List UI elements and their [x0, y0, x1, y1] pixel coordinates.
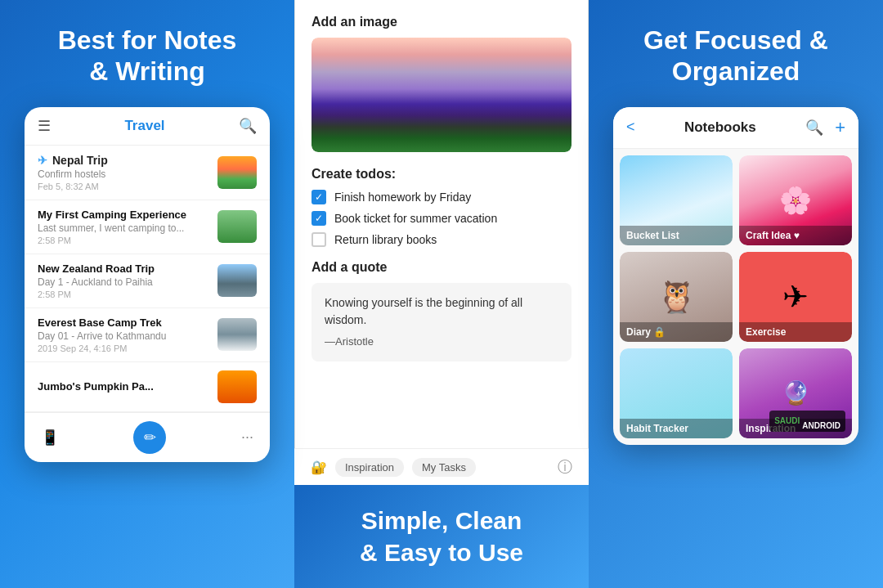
- note-thumbnail: [217, 370, 257, 403]
- note-title: Nepal Trip: [52, 154, 108, 167]
- note-title: Everest Base Camp Trek: [38, 316, 209, 329]
- search-icon[interactable]: 🔍: [805, 119, 823, 137]
- todo-checkbox-unchecked[interactable]: [312, 232, 326, 247]
- todo-item[interactable]: Return library books: [312, 232, 571, 247]
- notebooks-header: < Notebooks 🔍 +: [613, 107, 858, 149]
- create-todos-label: Create todos:: [312, 167, 571, 182]
- notebook-card-inspiration[interactable]: 🔮 Inspiration SAUDIANDROID: [739, 348, 852, 438]
- quote-box: Knowing yourself is the beginning of all…: [312, 283, 571, 361]
- notebook-card-bucket[interactable]: Bucket List: [620, 155, 733, 245]
- notebook-card-exercise[interactable]: ✈ Exercise: [739, 252, 852, 342]
- phone-header: ☰ Travel 🔍: [25, 107, 270, 146]
- notebook-label: Diary 🔒: [620, 322, 733, 342]
- notebooks-mockup: < Notebooks 🔍 + Bucket List 🌸 Craft Idea…: [613, 107, 858, 445]
- notebook-card-habit[interactable]: Habit Tracker: [620, 348, 733, 438]
- notebook-label: Bucket List: [620, 226, 733, 245]
- note-text: New Zealand Road Trip Day 1 - Auckland t…: [38, 263, 209, 299]
- note-subtitle: Day 1 - Auckland to Paihia: [38, 276, 209, 288]
- phone-search-icon[interactable]: 🔍: [239, 117, 257, 135]
- todo-item[interactable]: ✓ Finish homework by Friday: [312, 190, 571, 204]
- lock-icon: 🔐: [311, 460, 327, 475]
- phone-note-category: Travel: [124, 118, 164, 134]
- note-thumbnail: [217, 318, 257, 351]
- add-quote-label: Add a quote: [312, 260, 571, 275]
- todo-text: Return library books: [334, 233, 437, 246]
- note-item[interactable]: Everest Base Camp Trek Day 01 - Arrive t…: [25, 308, 270, 362]
- tag-chip-inspiration[interactable]: Inspiration: [335, 458, 404, 477]
- note-thumbnail: [217, 156, 257, 189]
- todo-text: Finish homework by Friday: [334, 191, 471, 204]
- left-panel: Best for Notes& Writing ☰ Travel 🔍 ✈ Nep…: [0, 0, 294, 588]
- note-item[interactable]: ✈ Nepal Trip Confirm hostels Feb 5, 8:32…: [25, 146, 270, 200]
- note-subtitle: Last summer, I went camping to...: [38, 222, 209, 234]
- more-options-icon[interactable]: ···: [241, 429, 253, 446]
- add-notebook-icon[interactable]: +: [835, 117, 845, 138]
- notebook-label: Habit Tracker: [620, 419, 733, 438]
- todo-checkbox-checked[interactable]: ✓: [312, 190, 326, 204]
- note-text: My First Camping Experience Last summer,…: [38, 209, 209, 245]
- notebook-card-craft[interactable]: 🌸 Craft Idea ♥: [739, 155, 852, 245]
- hamburger-icon[interactable]: ☰: [38, 117, 51, 135]
- note-text: Jumbo's Pumpkin Pa...: [38, 380, 209, 393]
- note-date: 2:58 PM: [38, 236, 209, 245]
- todo-section: Create todos: ✓ Finish homework by Frida…: [312, 167, 571, 247]
- right-panel: Get Focused &Organized < Notebooks 🔍 + B…: [589, 0, 883, 588]
- add-image-label: Add an image: [312, 15, 571, 29]
- compass-icon: ✈: [38, 154, 47, 167]
- todo-text: Book ticket for summer vacation: [334, 212, 497, 225]
- quote-text: Knowing yourself is the beginning of all…: [325, 294, 558, 329]
- phone-bottom-bar: 📱 ✏ ···: [25, 412, 270, 462]
- quote-author: —Aristotle: [325, 334, 558, 350]
- watermark: SAUDIANDROID: [769, 411, 845, 432]
- back-button[interactable]: <: [626, 119, 635, 136]
- notebook-card-diary[interactable]: 🦉 Diary 🔒: [620, 252, 733, 342]
- note-title: Jumbo's Pumpkin Pa...: [38, 380, 209, 393]
- middle-panel: Add an image Create todos: ✓ Finish home…: [294, 0, 589, 588]
- note-subtitle: Day 01 - Arrive to Kathmandu: [38, 330, 209, 342]
- todo-item[interactable]: ✓ Book ticket for summer vacation: [312, 211, 571, 226]
- info-icon[interactable]: ⓘ: [558, 457, 572, 477]
- note-item[interactable]: My First Camping Experience Last summer,…: [25, 200, 270, 254]
- note-item[interactable]: New Zealand Road Trip Day 1 - Auckland t…: [25, 254, 270, 308]
- note-item[interactable]: Jumbo's Pumpkin Pa...: [25, 362, 270, 412]
- tag-chip-mytasks[interactable]: My Tasks: [412, 458, 476, 477]
- note-date: 2019 Sep 24, 4:16 PM: [38, 343, 209, 353]
- todo-checkbox-checked[interactable]: ✓: [312, 211, 326, 226]
- notebook-label: Craft Idea ♥: [739, 226, 852, 245]
- editor-footer: 🔐 Inspiration My Tasks ⓘ: [294, 448, 589, 485]
- note-text: ✈ Nepal Trip Confirm hostels Feb 5, 8:32…: [38, 154, 209, 191]
- notes-phone-mockup: ☰ Travel 🔍 ✈ Nepal Trip Confirm hostels …: [25, 107, 270, 462]
- left-title: Best for Notes& Writing: [58, 25, 237, 88]
- note-date: Feb 5, 8:32 AM: [38, 182, 209, 191]
- note-subtitle: Confirm hostels: [38, 168, 209, 180]
- notebook-label: Exercise: [739, 322, 852, 342]
- note-date: 2:58 PM: [38, 290, 209, 299]
- note-thumbnail: [217, 210, 257, 243]
- header-icons: 🔍 +: [805, 117, 845, 138]
- quote-section: Add a quote Knowing yourself is the begi…: [312, 260, 571, 361]
- fab-button[interactable]: ✏: [133, 421, 166, 454]
- note-editor: Add an image Create todos: ✓ Finish home…: [294, 0, 589, 448]
- note-text: Everest Base Camp Trek Day 01 - Arrive t…: [38, 316, 209, 353]
- notebooks-grid: Bucket List 🌸 Craft Idea ♥ 🦉 Diary 🔒 ✈ E…: [613, 149, 858, 445]
- middle-bottom-title: Simple, Clean& Easy to Use: [311, 505, 572, 568]
- note-thumbnail: [217, 264, 257, 297]
- right-title: Get Focused &Organized: [643, 25, 828, 88]
- note-title: My First Camping Experience: [38, 209, 209, 221]
- phone-bottom-icon[interactable]: 📱: [41, 429, 59, 447]
- notebooks-title: Notebooks: [684, 119, 756, 136]
- note-image: [312, 38, 571, 152]
- note-title: New Zealand Road Trip: [38, 263, 209, 275]
- middle-bottom: Simple, Clean& Easy to Use: [294, 485, 589, 588]
